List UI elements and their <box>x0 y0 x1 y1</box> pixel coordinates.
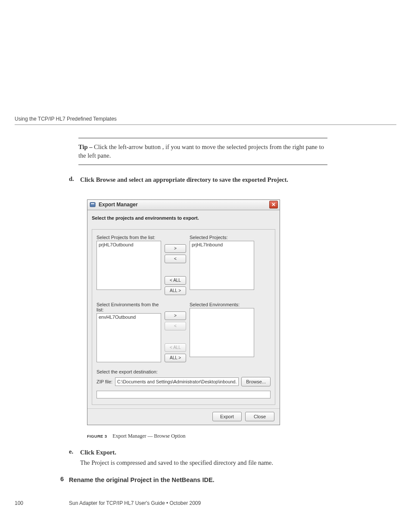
dialog-heading: Select the projects and environments to … <box>92 215 275 221</box>
close-footer-button[interactable]: Close <box>245 412 274 421</box>
env-move-left-button[interactable]: < <box>165 322 186 330</box>
move-all-right-button[interactable]: ALL > <box>165 286 186 295</box>
dialog-inner: Select Projects from the list: prjHL7Out… <box>92 229 275 405</box>
step-e-title: Click Export. <box>80 448 116 457</box>
close-button[interactable]: ✕ <box>269 201 278 208</box>
dialog-footer: Export Close <box>87 408 280 425</box>
projects-left-label: Select Projects from the list: <box>97 235 161 240</box>
list-item[interactable]: prjHL7Outbound <box>99 242 159 247</box>
progress-bar <box>97 391 271 398</box>
env-right-label: Selected Environments: <box>190 302 254 307</box>
projects-right-label: Selected Projects: <box>190 235 254 240</box>
env-move-all-right-button[interactable]: ALL > <box>165 354 186 362</box>
export-button[interactable]: Export <box>212 412 242 421</box>
figure-caption: FIGURE 3 Export Manager — Browse Option <box>87 433 327 439</box>
move-left-button[interactable]: < <box>165 255 186 263</box>
step-6: 6 Rename the original Project in the Net… <box>69 476 327 484</box>
step-d-marker: d. <box>69 175 75 184</box>
env-transfer-buttons: > < < ALL ALL > <box>165 311 186 362</box>
export-manager-dialog: Export Manager ✕ Select the projects and… <box>87 199 280 425</box>
running-header: Using the TCP/IP HL7 Predefined Template… <box>15 116 396 125</box>
app-icon <box>89 201 96 208</box>
environments-row: Select Environments from the list: envHL… <box>97 302 271 362</box>
step-e-body: The Project is compressed and saved to t… <box>80 458 327 468</box>
browse-button[interactable]: Browse... <box>241 377 271 386</box>
figure-text: Export Manager — Browse Option <box>112 433 185 439</box>
step-e: e. Click Export. The Project is compress… <box>69 448 327 468</box>
figure-label: FIGURE 3 <box>87 434 107 439</box>
svg-rect-1 <box>91 203 94 204</box>
step-6-marker: 6 <box>60 476 64 482</box>
tip-label: Tip – <box>78 143 92 150</box>
env-right-list[interactable] <box>190 308 254 357</box>
close-icon: ✕ <box>271 202 276 208</box>
step-e-marker: e. <box>69 448 75 457</box>
dialog-titlebar: Export Manager ✕ <box>87 200 280 210</box>
env-left-label: Select Environments from the list: <box>97 302 161 312</box>
move-all-left-button[interactable]: < ALL <box>165 276 186 285</box>
tip-text: Click the left-arrow button , if you wan… <box>78 143 324 159</box>
page-number: 100 <box>15 500 69 506</box>
tip-box: Tip – Click the left-arrow button , if y… <box>78 138 327 165</box>
projects-transfer-buttons: > < < ALL ALL > <box>165 244 186 295</box>
projects-left-list[interactable]: prjHL7Outbound <box>97 241 161 290</box>
env-left-list[interactable]: envHL7Outbound <box>97 313 161 362</box>
env-move-all-left-button[interactable]: < ALL <box>165 343 186 352</box>
page-footer: 100 Sun Adapter for TCP/IP HL7 User's Gu… <box>15 500 396 506</box>
dialog-title: Export Manager <box>99 202 138 208</box>
step-d-text: Click Browse and select an appropriate d… <box>80 175 288 184</box>
zip-file-input[interactable] <box>115 377 239 386</box>
destination-section: Select the export destination: ZIP file:… <box>97 369 271 398</box>
projects-right-list[interactable]: prjHL7Inbound <box>190 241 254 290</box>
dialog-body: Select the projects and environments to … <box>87 210 280 408</box>
projects-row: Select Projects from the list: prjHL7Out… <box>97 235 271 295</box>
step-d: d. Click Browse and select an appropriat… <box>69 175 327 184</box>
zip-file-label: ZIP file: <box>97 379 112 384</box>
doc-title: Sun Adapter for TCP/IP HL7 User's Guide … <box>69 500 201 506</box>
list-item[interactable]: envHL7Outbound <box>99 314 159 320</box>
step-6-text: Rename the original Project in the NetBe… <box>69 476 215 483</box>
destination-label: Select the export destination: <box>97 369 271 374</box>
list-item[interactable]: prjHL7Inbound <box>192 242 252 247</box>
env-move-right-button[interactable]: > <box>165 311 186 320</box>
main-content: Tip – Click the left-arrow button , if y… <box>69 138 327 484</box>
move-right-button[interactable]: > <box>165 244 186 253</box>
svg-rect-0 <box>90 202 95 207</box>
